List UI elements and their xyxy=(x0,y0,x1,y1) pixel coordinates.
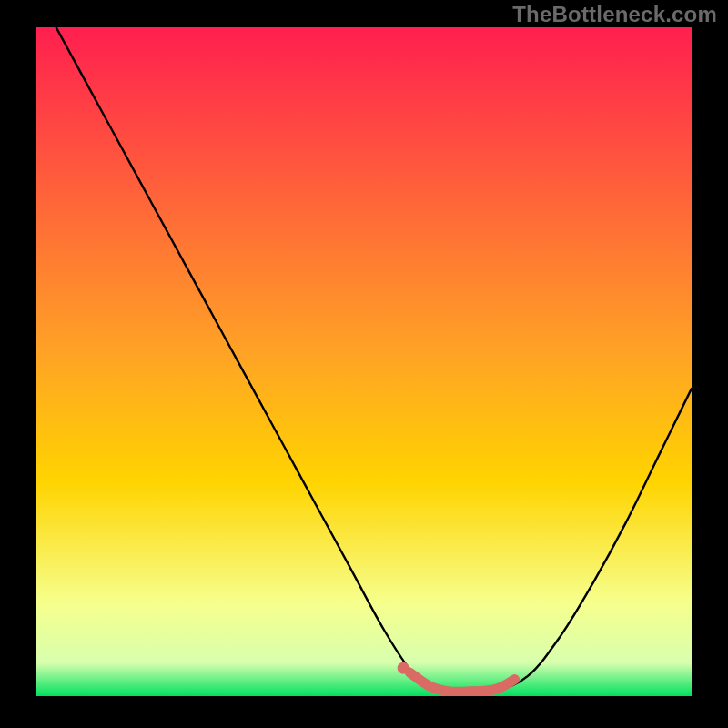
optimal-point-marker xyxy=(398,662,410,674)
chart-plot-area xyxy=(36,27,692,696)
watermark-text: TheBottleneck.com xyxy=(512,2,717,27)
chart-frame: TheBottleneck.com xyxy=(0,0,728,728)
chart-svg xyxy=(36,27,692,696)
